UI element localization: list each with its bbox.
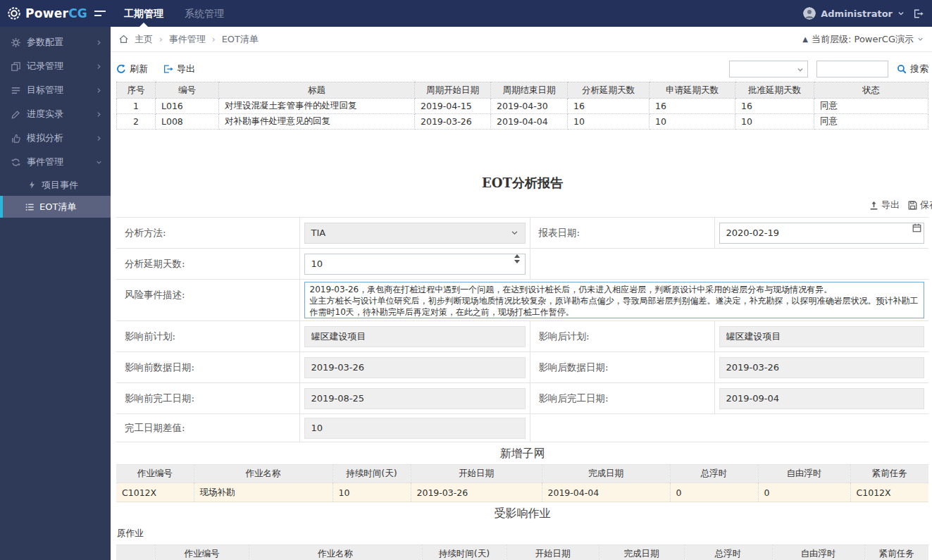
sidebar-subitem-project-events[interactable]: 项目事件 (0, 174, 111, 196)
post-plan-input[interactable] (719, 326, 925, 347)
table-row[interactable]: 2L008对补勘事件处理意见的回复2019-03-262019-04-04101… (117, 114, 928, 130)
sidebar-toggle-icon[interactable] (94, 11, 106, 16)
search-input[interactable] (816, 61, 888, 77)
list-icon (25, 203, 34, 211)
column-header[interactable]: 紧前任务 (864, 545, 928, 560)
pre-data-date-input[interactable] (304, 357, 526, 378)
sidebar-item-record-management[interactable]: 记录管理 (0, 54, 111, 78)
search-button[interactable]: 搜索 (897, 63, 928, 75)
sidebar: 参数配置 记录管理 目标管理 进度实录 模拟分析 事件管理 (0, 27, 111, 560)
logout-icon[interactable] (913, 8, 924, 19)
report-date-input[interactable] (719, 223, 925, 244)
chevron-right-icon (96, 111, 102, 118)
column-header[interactable]: 申请延期天数 (650, 82, 735, 99)
affected-table: 作业编号作业名称持续时间(天)开始日期完成日期总浮时自由浮时紧前任务 (116, 545, 928, 560)
column-header[interactable] (116, 545, 155, 560)
column-header[interactable]: 开始日期 (411, 465, 542, 483)
brand-logo[interactable]: PowerCG (0, 6, 89, 20)
column-header[interactable]: 持续时间(天) (422, 545, 507, 560)
table-cell: 2019-03-26 (411, 483, 542, 502)
copy-icon (11, 62, 20, 71)
breadcrumb-eot-list: EOT清单 (222, 33, 259, 46)
table-cell: 对埋设混凝土套管事件的处理回复 (219, 99, 415, 114)
post-data-date-input[interactable] (719, 357, 925, 378)
pre-finish-date-input[interactable] (304, 388, 526, 409)
sidebar-item-simulation-analysis[interactable]: 模拟分析 (0, 126, 111, 150)
sidebar-subitem-eot-list[interactable]: EOT清单 (0, 196, 111, 218)
finish-date-diff-input[interactable] (304, 418, 526, 439)
analysis-method-select[interactable]: TIA (304, 223, 526, 244)
table-cell: 10 (650, 114, 735, 130)
post-finish-date-input[interactable] (719, 388, 925, 409)
column-header[interactable]: 编号 (156, 82, 219, 99)
chevron-down-icon (511, 229, 518, 237)
post-finish-date-label: 影响后完工日期: (530, 383, 714, 414)
breadcrumb-separator: › (212, 35, 216, 44)
column-header[interactable]: 开始日期 (507, 545, 599, 560)
column-header[interactable]: 完成日期 (599, 545, 684, 560)
column-header[interactable]: 总浮时 (670, 465, 758, 483)
table-cell: 同意 (814, 114, 928, 130)
column-header[interactable]: 持续时间(天) (333, 465, 411, 483)
column-header[interactable]: 标题 (219, 82, 415, 99)
filter-select[interactable] (729, 61, 808, 77)
column-header[interactable]: 序号 (117, 82, 156, 99)
top-navbar: PowerCG 工期管理 系统管理 Administrator (0, 0, 932, 27)
report-export-label: 导出 (881, 199, 900, 211)
table-cell: 2019-04-04 (542, 483, 670, 502)
original-activity-label: 原作业 (116, 528, 928, 540)
breadcrumb: 主页 › 事件管理 › EOT清单 ▲ 当前层级: PowerCG演示 (111, 27, 932, 52)
brand-gear-icon (7, 6, 21, 20)
column-header[interactable]: 状态 (814, 82, 928, 99)
analysis-delay-days-input[interactable] (304, 254, 526, 275)
sidebar-subitem-label: 项目事件 (42, 179, 78, 192)
calendar-icon[interactable] (912, 223, 921, 232)
column-header[interactable]: 总浮时 (684, 545, 772, 560)
table-cell: 10 (735, 114, 814, 130)
breadcrumb-separator: › (159, 35, 163, 44)
refresh-button[interactable]: 刷新 (116, 63, 148, 75)
table-row[interactable]: C1012X现场补勘102019-03-262019-04-0400C1012X (116, 483, 928, 502)
column-header[interactable]: 周期结束日期 (491, 82, 568, 99)
chevron-right-icon (96, 135, 102, 142)
table-cell: L008 (156, 114, 219, 130)
pre-plan-input[interactable] (304, 326, 526, 347)
sidebar-item-label: 参数配置 (27, 36, 63, 49)
column-header[interactable]: 周期开始日期 (415, 82, 491, 99)
sidebar-item-event-management[interactable]: 事件管理 (0, 150, 111, 174)
column-header[interactable]: 作业名称 (194, 465, 333, 483)
column-header[interactable]: 作业名称 (249, 545, 422, 560)
column-header[interactable]: 自由浮时 (772, 545, 864, 560)
user-area[interactable]: Administrator (803, 7, 932, 20)
table-cell: 现场补勘 (194, 483, 333, 502)
column-header[interactable]: 完成日期 (542, 465, 670, 483)
column-header[interactable]: 作业编号 (116, 465, 194, 483)
sidebar-item-target-management[interactable]: 目标管理 (0, 78, 111, 102)
breadcrumb-event-management[interactable]: 事件管理 (169, 33, 206, 46)
search-icon (897, 64, 907, 74)
finish-date-diff-label: 完工日期差值: (116, 414, 299, 442)
menu-system-management[interactable]: 系统管理 (185, 0, 224, 27)
refresh-label: 刷新 (130, 63, 148, 75)
table-row[interactable]: 1L016对埋设混凝土套管事件的处理回复2019-04-152019-04-30… (117, 99, 928, 114)
risk-description-textarea[interactable]: 2019-03-26，承包商在打桩过程中遇到一个问题，在达到设计桩长后，仍未进入… (304, 282, 925, 318)
sync-icon (11, 158, 20, 167)
sidebar-item-progress-record[interactable]: 进度实录 (0, 102, 111, 126)
sidebar-item-parameter-config[interactable]: 参数配置 (0, 30, 111, 54)
column-header[interactable]: 批准延期天数 (735, 82, 814, 99)
chevron-down-icon (96, 159, 102, 166)
current-level-selector[interactable]: ▲ 当前层级: PowerCG演示 (802, 33, 924, 46)
main-area: 主页 › 事件管理 › EOT清单 ▲ 当前层级: PowerCG演示 刷新 导… (111, 27, 932, 560)
number-spinner[interactable] (514, 254, 520, 263)
column-header[interactable]: 分析延期天数 (568, 82, 650, 99)
list-toolbar: 刷新 导出 搜索 (116, 59, 928, 79)
report-save-button[interactable]: 保存 (908, 199, 932, 211)
menu-schedule-management[interactable]: 工期管理 (124, 0, 163, 27)
chevron-right-icon (96, 87, 102, 94)
report-export-button[interactable]: 导出 (869, 199, 900, 211)
export-button[interactable]: 导出 (163, 63, 195, 75)
column-header[interactable]: 紧前任务 (850, 465, 928, 483)
column-header[interactable]: 作业编号 (155, 545, 249, 560)
column-header[interactable]: 自由浮时 (758, 465, 850, 483)
breadcrumb-home[interactable]: 主页 (135, 33, 153, 46)
